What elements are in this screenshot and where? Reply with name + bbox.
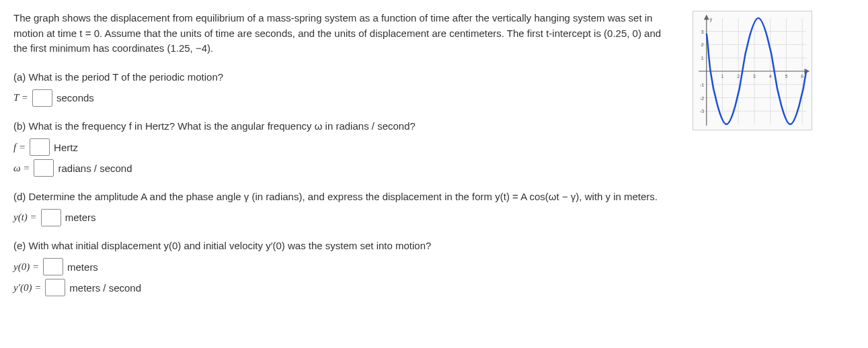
part-b-answer-f: f = Hertz [13, 138, 672, 157]
part-d: (d) Determine the amplitude A and the ph… [13, 189, 672, 227]
svg-marker-16 [705, 15, 709, 19]
svg-text:-2: -2 [700, 96, 704, 101]
part-b: (b) What is the frequency f in Hertz? Wh… [13, 119, 672, 177]
svg-text:-3: -3 [700, 109, 704, 114]
var-yp0: y′(0) = [13, 279, 41, 297]
unit-y0: meters [67, 258, 98, 276]
svg-text:1: 1 [721, 74, 724, 79]
unit-yp0: meters / second [69, 279, 141, 297]
svg-text:-1: -1 [700, 83, 704, 87]
part-a-answer: T = seconds [13, 89, 672, 107]
svg-text:6: 6 [801, 74, 803, 79]
part-d-prompt: (d) Determine the amplitude A and the ph… [13, 189, 672, 205]
part-e: (e) With what initial displacement y(0) … [13, 238, 672, 297]
svg-text:5: 5 [785, 74, 787, 79]
input-yp0[interactable] [45, 279, 65, 296]
svg-text:2: 2 [701, 42, 704, 47]
var-y0: y(0) = [13, 258, 39, 276]
part-e-answer-yp0: y′(0) = meters / second [13, 279, 672, 297]
unit-T: seconds [56, 89, 94, 107]
svg-text:y: y [710, 17, 713, 22]
input-omega[interactable] [34, 159, 54, 177]
unit-f: Hertz [54, 138, 78, 157]
intro-text: The graph shows the displacement from eq… [13, 11, 672, 56]
part-b-answer-omega: ω = radians / second [13, 159, 672, 177]
var-yt: y(t) = [13, 208, 37, 226]
svg-text:4: 4 [769, 74, 772, 79]
oscillation-graph: y t 1 2 3 4 5 6 3 2 1 -1 -2 -3 [693, 11, 812, 130]
part-e-prompt: (e) With what initial displacement y(0) … [13, 238, 672, 254]
svg-text:1: 1 [701, 56, 704, 60]
input-f[interactable] [30, 138, 50, 156]
var-T: T = [13, 89, 28, 107]
graph-panel: y t 1 2 3 4 5 6 3 2 1 -1 -2 -3 [693, 11, 812, 130]
svg-text:3: 3 [753, 74, 756, 79]
var-f: f = [13, 138, 26, 157]
svg-text:2: 2 [737, 74, 740, 79]
part-a: (a) What is the period T of the periodic… [13, 70, 672, 107]
input-y0[interactable] [43, 258, 63, 275]
part-b-prompt: (b) What is the frequency f in Hertz? Wh… [13, 119, 672, 134]
part-d-answer: y(t) = meters [13, 208, 672, 226]
input-T[interactable] [32, 89, 52, 107]
part-e-answer-y0: y(0) = meters [13, 258, 672, 276]
part-a-prompt: (a) What is the period T of the periodic… [13, 70, 672, 85]
unit-omega: radians / second [58, 159, 132, 177]
svg-text:3: 3 [701, 30, 704, 34]
unit-yt: meters [65, 208, 96, 226]
question-content: The graph shows the displacement from eq… [13, 11, 672, 309]
input-yt[interactable] [41, 209, 61, 226]
var-omega: ω = [13, 159, 30, 177]
